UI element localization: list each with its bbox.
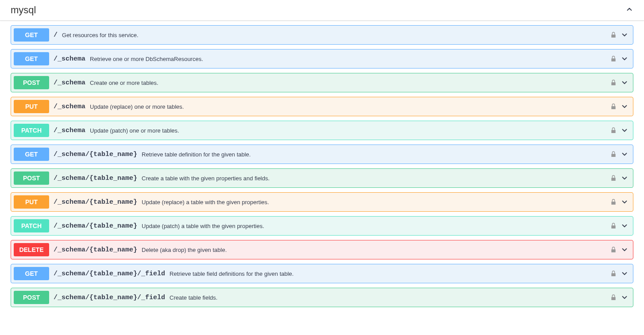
method-badge: POST	[14, 171, 49, 185]
endpoint-path: /_schema/{table_name}	[54, 198, 137, 206]
endpoint-actions	[610, 126, 629, 134]
endpoint-row[interactable]: PUT/_schema/{table_name}Update (replace)…	[11, 192, 633, 212]
lock-icon[interactable]	[610, 151, 617, 158]
chevron-down-icon[interactable]	[621, 103, 629, 110]
endpoint-desc: Create a table with the given properties…	[142, 175, 610, 182]
endpoint-row[interactable]: POST/_schema/{table_name}/_fieldCreate t…	[11, 288, 633, 307]
endpoint-desc: Create one or more tables.	[90, 80, 610, 86]
method-badge: PUT	[14, 195, 49, 209]
lock-icon[interactable]	[610, 198, 617, 206]
endpoint-actions	[610, 150, 629, 158]
endpoint-path: /_schema/{table_name}	[54, 246, 137, 254]
endpoint-path: /	[54, 31, 58, 39]
lock-icon[interactable]	[610, 79, 617, 86]
endpoint-desc: Update (replace) a table with the given …	[142, 199, 610, 206]
chevron-down-icon[interactable]	[621, 293, 629, 301]
chevron-down-icon[interactable]	[621, 31, 629, 39]
endpoint-desc: Update (patch) a table with the given pr…	[142, 223, 610, 229]
endpoint-path: /_schema	[54, 55, 85, 63]
endpoint-desc: Delete (aka drop) the given table.	[142, 247, 610, 253]
chevron-down-icon[interactable]	[621, 55, 629, 63]
method-badge: GET	[14, 52, 49, 65]
chevron-down-icon[interactable]	[621, 126, 629, 134]
endpoint-actions	[610, 246, 629, 254]
lock-icon[interactable]	[610, 103, 617, 110]
method-badge: PATCH	[14, 124, 49, 137]
chevron-up-icon[interactable]	[625, 5, 633, 15]
lock-icon[interactable]	[610, 246, 617, 253]
endpoint-actions	[610, 174, 629, 182]
endpoint-desc: Create table fields.	[170, 294, 610, 301]
endpoint-actions	[610, 103, 629, 110]
chevron-down-icon[interactable]	[621, 174, 629, 182]
method-badge: GET	[14, 267, 49, 280]
endpoint-desc: Get resources for this service.	[62, 32, 610, 38]
endpoint-path: /_schema	[54, 79, 85, 87]
endpoint-path: /_schema	[54, 103, 85, 110]
endpoint-path: /_schema	[54, 127, 85, 134]
section-header[interactable]: mysql	[0, 0, 644, 21]
endpoint-actions	[610, 31, 629, 39]
endpoint-actions	[610, 55, 629, 63]
lock-icon[interactable]	[610, 222, 617, 229]
method-badge: GET	[14, 28, 49, 42]
chevron-down-icon[interactable]	[621, 270, 629, 278]
method-badge: GET	[14, 148, 49, 161]
chevron-down-icon[interactable]	[621, 198, 629, 206]
endpoint-row[interactable]: POST/_schema/{table_name}Create a table …	[11, 168, 633, 188]
endpoint-row[interactable]: PUT/_schemaUpdate (replace) one or more …	[11, 97, 633, 116]
endpoint-desc: Update (replace) one or more tables.	[90, 103, 610, 110]
endpoint-path: /_schema/{table_name}/_field	[54, 294, 165, 301]
endpoint-actions	[610, 270, 629, 278]
endpoint-desc: Retrieve one or more DbSchemaResources.	[90, 56, 610, 62]
endpoint-path: /_schema/{table_name}	[54, 175, 137, 182]
endpoint-row[interactable]: GET/_schema/{table_name}Retrieve table d…	[11, 145, 633, 164]
lock-icon[interactable]	[610, 127, 617, 134]
endpoint-actions	[610, 198, 629, 206]
method-badge: PUT	[14, 100, 49, 113]
endpoint-row[interactable]: GET/Get resources for this service.	[11, 25, 633, 45]
endpoint-actions	[610, 79, 629, 87]
lock-icon[interactable]	[610, 175, 617, 182]
chevron-down-icon[interactable]	[621, 222, 629, 230]
section-title: mysql	[11, 4, 36, 16]
endpoint-row[interactable]: PATCH/_schema/{table_name}Update (patch)…	[11, 216, 633, 236]
lock-icon[interactable]	[610, 294, 617, 301]
endpoint-desc: Retrieve table definition for the given …	[142, 151, 610, 158]
chevron-down-icon[interactable]	[621, 79, 629, 87]
endpoint-path: /_schema/{table_name}/_field	[54, 270, 165, 278]
endpoint-path: /_schema/{table_name}	[54, 222, 137, 230]
method-badge: DELETE	[14, 243, 49, 256]
endpoint-list: GET/Get resources for this service.GET/_…	[0, 21, 644, 320]
endpoint-row[interactable]: PATCH/_schemaUpdate (patch) one or more …	[11, 121, 633, 140]
endpoint-row[interactable]: GET/_schemaRetrieve one or more DbSchema…	[11, 49, 633, 69]
endpoint-path: /_schema/{table_name}	[54, 151, 137, 158]
lock-icon[interactable]	[610, 31, 617, 38]
method-badge: POST	[14, 291, 49, 304]
lock-icon[interactable]	[610, 55, 617, 62]
endpoint-desc: Retrieve table field definitions for the…	[170, 270, 610, 277]
chevron-down-icon[interactable]	[621, 246, 629, 254]
method-badge: POST	[14, 76, 49, 89]
endpoint-desc: Update (patch) one or more tables.	[90, 127, 610, 134]
endpoint-actions	[610, 293, 629, 301]
endpoint-row[interactable]: POST/_schemaCreate one or more tables.	[11, 73, 633, 92]
chevron-down-icon[interactable]	[621, 150, 629, 158]
method-badge: PATCH	[14, 219, 49, 232]
endpoint-row[interactable]: GET/_schema/{table_name}/_fieldRetrieve …	[11, 264, 633, 283]
endpoint-actions	[610, 222, 629, 230]
lock-icon[interactable]	[610, 270, 617, 277]
endpoint-row[interactable]: DELETE/_schema/{table_name}Delete (aka d…	[11, 240, 633, 259]
